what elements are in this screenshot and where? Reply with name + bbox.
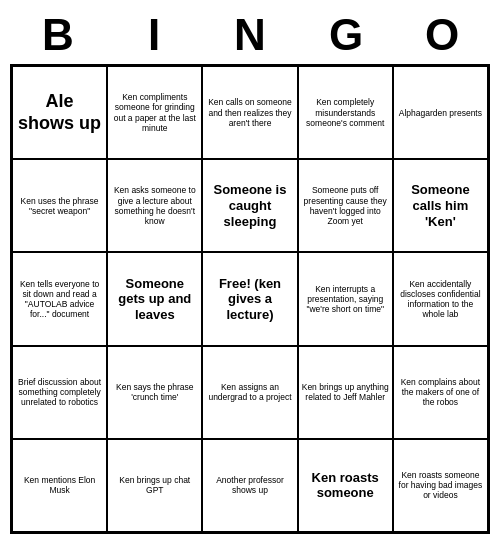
bingo-cell-19: Ken complains about the makers of one of… bbox=[393, 346, 488, 439]
bingo-cell-22: Another professor shows up bbox=[202, 439, 297, 532]
bingo-cell-23: Ken roasts someone bbox=[298, 439, 393, 532]
bingo-cell-1: Ken compliments someone for grinding out… bbox=[107, 66, 202, 159]
bingo-cell-20: Ken mentions Elon Musk bbox=[12, 439, 107, 532]
bingo-cell-7: Someone is caught sleeping bbox=[202, 159, 297, 252]
bingo-cell-6: Ken asks someone to give a lecture about… bbox=[107, 159, 202, 252]
bingo-cell-16: Ken says the phrase 'crunch time' bbox=[107, 346, 202, 439]
title-i: I bbox=[106, 10, 202, 60]
title-b: B bbox=[10, 10, 106, 60]
bingo-cell-0: Ale shows up bbox=[12, 66, 107, 159]
bingo-cell-8: Someone puts off presenting cause they h… bbox=[298, 159, 393, 252]
bingo-cell-13: Ken interrupts a presentation, saying "w… bbox=[298, 252, 393, 345]
bingo-cell-3: Ken completely misunderstands someone's … bbox=[298, 66, 393, 159]
title-n: N bbox=[202, 10, 298, 60]
title-g: G bbox=[298, 10, 394, 60]
bingo-cell-17: Ken assigns an undergrad to a project bbox=[202, 346, 297, 439]
bingo-cell-4: Alphagarden presents bbox=[393, 66, 488, 159]
title-o: O bbox=[394, 10, 490, 60]
bingo-cell-21: Ken brings up chat GPT bbox=[107, 439, 202, 532]
bingo-title: B I N G O bbox=[10, 10, 490, 60]
bingo-cell-14: Ken accidentally discloses confidential … bbox=[393, 252, 488, 345]
bingo-cell-2: Ken calls on someone and then realizes t… bbox=[202, 66, 297, 159]
bingo-cell-15: Brief discussion about something complet… bbox=[12, 346, 107, 439]
bingo-cell-5: Ken uses the phrase "secret weapon" bbox=[12, 159, 107, 252]
bingo-cell-12: Free! (ken gives a lecture) bbox=[202, 252, 297, 345]
bingo-cell-18: Ken brings up anything related to Jeff M… bbox=[298, 346, 393, 439]
bingo-cell-11: Someone gets up and leaves bbox=[107, 252, 202, 345]
bingo-cell-10: Ken tells everyone to sit down and read … bbox=[12, 252, 107, 345]
bingo-grid: Ale shows upKen compliments someone for … bbox=[10, 64, 490, 534]
bingo-cell-9: Someone calls him 'Ken' bbox=[393, 159, 488, 252]
bingo-cell-24: Ken roasts someone for having bad images… bbox=[393, 439, 488, 532]
